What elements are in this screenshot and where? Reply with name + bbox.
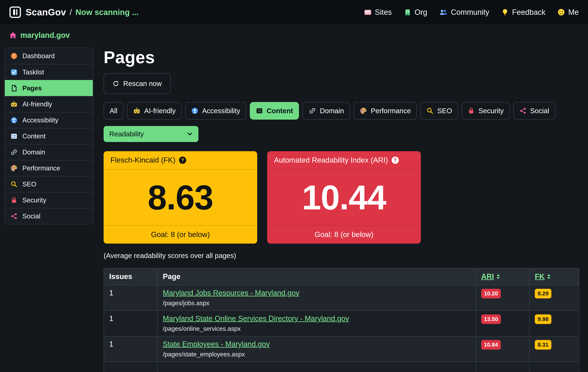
palette-icon: [10, 164, 18, 172]
nav-label: Sites: [375, 8, 392, 17]
sidebar-item-dashboard[interactable]: Dashboard: [5, 48, 93, 64]
sidebar-item-label: SEO: [22, 181, 36, 188]
cards-note: (Average readability scores over all pag…: [104, 252, 579, 260]
flesch-kincaid-card: Flesch-Kincaid (FK) ? 8.63 Goal: 8 (or b…: [104, 151, 257, 244]
sort-arrows-icon: [546, 274, 551, 279]
filter-content[interactable]: Content: [250, 102, 299, 120]
scangov-app: ScanGov / Now scanning ... Sites Org Com…: [0, 0, 588, 372]
scanning-status: Now scanning ...: [75, 8, 139, 17]
filter-security[interactable]: Security: [462, 102, 510, 120]
sidebar-item-seo[interactable]: SEO: [5, 176, 93, 192]
fk-cell: 8.31: [529, 336, 579, 362]
filter-performance[interactable]: Performance: [354, 102, 417, 120]
sidebar-item-label: Performance: [22, 164, 60, 172]
filter-label: SEO: [437, 107, 452, 115]
card-title: Flesch-Kincaid (FK): [110, 156, 175, 164]
ari-cell: 10.20: [476, 285, 529, 311]
sidebar-item-accessibility[interactable]: Accessibility: [5, 112, 93, 128]
page-link[interactable]: Maryland Jobs Resources - Maryland.gov: [163, 289, 299, 297]
navbar-menu: Sites Org Community Feedback Me: [364, 8, 579, 17]
rescan-now-button[interactable]: Rescan now: [104, 73, 171, 94]
filter-seo[interactable]: SEO: [420, 102, 458, 120]
alert-circle-icon: [10, 53, 18, 60]
issues-count: 1: [104, 285, 158, 311]
sidebar-item-ai-friendly[interactable]: AI-friendly: [5, 96, 93, 112]
lock-icon: [10, 197, 18, 204]
sort-by-fk[interactable]: FK: [535, 272, 551, 281]
sidebar-item-tasklist[interactable]: Tasklist: [5, 64, 93, 80]
issues-count: 1: [104, 311, 158, 336]
nav-label: Community: [451, 8, 489, 17]
page-path: /pages/jobs.aspx: [163, 300, 470, 307]
filter-domain[interactable]: Domain: [303, 102, 350, 120]
nav-label: Feedback: [512, 8, 546, 17]
refresh-icon: [112, 80, 119, 87]
sidebar-item-performance[interactable]: Performance: [5, 160, 93, 176]
sidebar-item-social[interactable]: Social: [5, 208, 93, 224]
sidebar-item-security[interactable]: Security: [5, 192, 93, 208]
ari-score-badge: 10.84: [481, 340, 501, 350]
page-title: Pages: [104, 48, 579, 67]
link-icon: [309, 107, 316, 115]
sort-by-ari[interactable]: ARI: [481, 272, 500, 281]
nav-item-sites[interactable]: Sites: [364, 8, 392, 17]
card-goal: Goal: 8 (or below): [267, 225, 421, 244]
sort-label: FK: [535, 272, 545, 281]
fk-cell: 9.98: [529, 311, 579, 336]
scangov-logo-icon: [9, 6, 21, 18]
help-question-icon[interactable]: ?: [179, 157, 186, 164]
list-icon: [256, 107, 263, 114]
accessibility-icon: [191, 107, 198, 114]
document-icon: [10, 85, 18, 92]
category-filter-bar: All AI-friendly Accessibility Content Do…: [104, 102, 579, 120]
share-icon: [519, 107, 527, 114]
sort-label: ARI: [481, 272, 494, 281]
sidebar-item-domain[interactable]: Domain: [5, 144, 93, 160]
community-people-icon: [439, 8, 448, 16]
page-path: /pages/online_services.aspx: [163, 325, 470, 332]
filter-accessibility[interactable]: Accessibility: [185, 102, 246, 120]
list-icon: [10, 133, 18, 140]
page-cell: Maryland State Online Services Directory…: [158, 311, 476, 336]
nav-item-org[interactable]: Org: [404, 8, 427, 17]
sidebar-item-label: Pages: [22, 85, 42, 92]
ari-score-badge: 10.20: [481, 289, 501, 298]
rescan-label: Rescan now: [123, 80, 162, 88]
sidebar-item-content[interactable]: Content: [5, 128, 93, 144]
sidebar-item-label: Accessibility: [22, 117, 58, 124]
sidebar-item-label: Content: [22, 132, 46, 140]
readability-select[interactable]: Readability: [104, 126, 198, 142]
accessibility-icon: [10, 117, 18, 124]
page-link[interactable]: State Employees - Maryland.gov: [163, 340, 270, 348]
column-header-issues: Issues: [104, 268, 158, 285]
ari-score-badge: 13.50: [481, 314, 501, 324]
brand[interactable]: ScanGov: [9, 6, 66, 18]
home-icon: [9, 32, 17, 39]
page-path: /pages/state_employees.aspx: [163, 351, 470, 358]
filter-social[interactable]: Social: [513, 102, 555, 120]
breadcrumb-site-link[interactable]: maryland.gov: [21, 31, 70, 40]
nav-item-me[interactable]: Me: [557, 8, 579, 17]
pages-table: Issues Page ARI FK: [104, 268, 579, 372]
filter-label: Accessibility: [202, 107, 240, 115]
table-row: 1 Maryland Jobs Resources - Maryland.gov…: [104, 285, 579, 311]
card-header: Automated Readability Index (ARI) ?: [267, 151, 421, 170]
fk-cell: 8.29: [529, 285, 579, 311]
robot-icon: [133, 107, 141, 115]
filter-all[interactable]: All: [104, 102, 123, 120]
ari-card: Automated Readability Index (ARI) ? 10.4…: [267, 151, 421, 244]
sites-icon: [364, 8, 372, 16]
filter-ai-friendly[interactable]: AI-friendly: [127, 102, 182, 120]
page-link[interactable]: Maryland State Online Services Directory…: [163, 314, 349, 323]
sidebar-item-label: Dashboard: [22, 52, 55, 60]
table-row: 1 State Employees - Maryland.gov /pages/…: [104, 336, 579, 362]
sidebar-item-pages[interactable]: Pages: [5, 80, 93, 96]
nav-item-feedback[interactable]: Feedback: [501, 8, 546, 17]
filter-label: Content: [267, 107, 293, 115]
fk-score-badge: 8.29: [535, 289, 551, 298]
readability-score-cards: Flesch-Kincaid (FK) ? 8.63 Goal: 8 (or b…: [104, 151, 579, 244]
nav-item-community[interactable]: Community: [439, 8, 489, 17]
help-question-icon[interactable]: ?: [392, 157, 399, 164]
filter-label: Performance: [371, 107, 411, 115]
robot-icon: [10, 100, 18, 108]
